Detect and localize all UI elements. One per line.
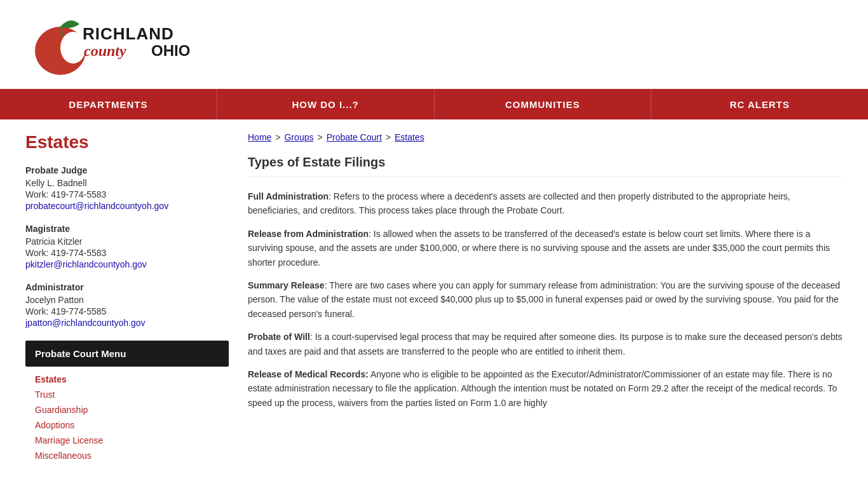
- main-nav: DEPARTMENTS HOW DO I...? COMMUNITIES RC …: [0, 89, 868, 119]
- breadcrumb-sep-2: >: [317, 132, 322, 142]
- contact-role-2: Magistrate: [25, 224, 229, 234]
- menu-item-miscellaneous[interactable]: Miscellaneous: [25, 448, 229, 463]
- para-medical-records-bold: Release of Medical Records:: [248, 369, 369, 379]
- contact-work-2: Work: 419-774-5583: [25, 248, 229, 258]
- breadcrumb-sep-1: >: [275, 132, 280, 142]
- sidebar: Estates Probate Judge Kelly L. Badnell W…: [25, 132, 229, 463]
- para-summary-release: Summary Release: There are two cases whe…: [248, 278, 843, 321]
- nav-departments[interactable]: DEPARTMENTS: [0, 89, 217, 119]
- para-summary-release-text: : There are two cases where you can appl…: [248, 280, 840, 319]
- svg-text:RICHLAND: RICHLAND: [83, 24, 174, 43]
- breadcrumb-groups[interactable]: Groups: [285, 132, 314, 142]
- contact-email-1[interactable]: probatecourt@richlandcountyoh.gov: [25, 201, 168, 211]
- content-area: Home > Groups > Probate Court > Estates …: [248, 132, 843, 463]
- para-release-admin: Release from Administration: Is allowed …: [248, 227, 843, 269]
- menu-item-adoptions[interactable]: Adoptions: [25, 417, 229, 433]
- para-probate-will-text: : Is a court-supervised legal process th…: [248, 332, 843, 356]
- contact-work-1: Work: 419-774-5583: [25, 189, 229, 200]
- contact-role-1: Probate Judge: [25, 165, 229, 175]
- para-probate-will: Probate of Will: Is a court-supervised l…: [248, 330, 843, 358]
- breadcrumb: Home > Groups > Probate Court > Estates: [248, 132, 843, 142]
- contact-magistrate: Magistrate Patricia Kitzler Work: 419-77…: [25, 224, 229, 269]
- logo-container: RICHLAND county OHIO: [25, 13, 210, 76]
- contact-email-3[interactable]: jpatton@richlandcountyoh.gov: [25, 318, 146, 328]
- nav-rc-alerts[interactable]: RC ALERTS: [651, 89, 868, 119]
- contact-name-3: Jocelyn Patton: [25, 295, 229, 305]
- logo-svg: RICHLAND county OHIO: [25, 13, 210, 76]
- contact-probate-judge: Probate Judge Kelly L. Badnell Work: 419…: [25, 165, 229, 211]
- menu-item-marriage-license[interactable]: Marriage License: [25, 433, 229, 448]
- contact-administrator: Administrator Jocelyn Patton Work: 419-7…: [25, 282, 229, 328]
- para-full-admin-bold: Full Administration: [248, 191, 329, 201]
- para-medical-records: Release of Medical Records: Anyone who i…: [248, 367, 843, 410]
- breadcrumb-sep-3: >: [386, 132, 391, 142]
- contact-role-3: Administrator: [25, 282, 229, 292]
- nav-communities[interactable]: COMMUNITIES: [435, 89, 652, 119]
- content-title: Types of Estate Filings: [248, 155, 843, 177]
- menu-item-guardianship[interactable]: Guardianship: [25, 402, 229, 417]
- contact-email-2[interactable]: pkitzler@richlandcountyoh.gov: [25, 259, 147, 269]
- svg-point-1: [60, 32, 86, 64]
- nav-how-do-i[interactable]: HOW DO I...?: [217, 89, 435, 119]
- contact-name-2: Patricia Kitzler: [25, 236, 229, 247]
- probate-court-menu: Estates Trust Guardianship Adoptions Mar…: [25, 372, 229, 463]
- svg-text:OHIO: OHIO: [151, 42, 190, 59]
- breadcrumb-home[interactable]: Home: [248, 132, 271, 142]
- para-full-admin: Full Administration: Refers to the proce…: [248, 189, 843, 218]
- main-content: Estates Probate Judge Kelly L. Badnell W…: [0, 119, 868, 476]
- contact-work-3: Work: 419-774-5585: [25, 306, 229, 316]
- menu-item-trust[interactable]: Trust: [25, 387, 229, 402]
- contact-name-1: Kelly L. Badnell: [25, 178, 229, 188]
- para-release-admin-bold: Release from Administration: [248, 229, 369, 239]
- para-summary-release-bold: Summary Release: [248, 280, 325, 290]
- content-body: Full Administration: Refers to the proce…: [248, 189, 843, 410]
- breadcrumb-probate-court[interactable]: Probate Court: [327, 132, 382, 142]
- page-title: Estates: [25, 132, 229, 152]
- page-header: RICHLAND county OHIO: [0, 0, 868, 89]
- para-full-admin-text: : Refers to the process where a decedent…: [248, 191, 790, 215]
- para-probate-will-bold: Probate of Will: [248, 332, 310, 342]
- breadcrumb-estates[interactable]: Estates: [395, 132, 424, 142]
- svg-text:county: county: [84, 43, 126, 59]
- probate-court-menu-header: Probate Court Menu: [25, 341, 229, 367]
- menu-item-estates[interactable]: Estates: [25, 372, 229, 387]
